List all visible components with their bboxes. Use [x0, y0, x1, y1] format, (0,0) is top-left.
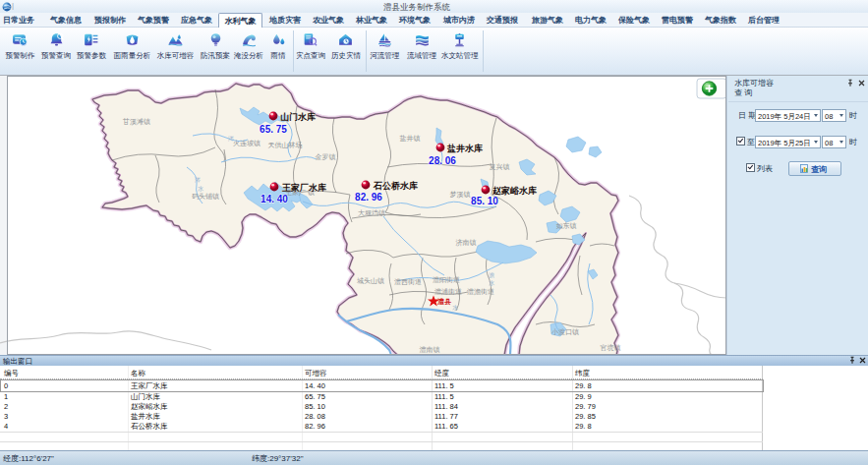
svg-text:大堰垱镇: 大堰垱镇: [358, 209, 385, 217]
svg-text:65. 75: 65. 75: [260, 124, 287, 135]
svg-text:澹: 澹: [489, 272, 494, 279]
svg-text:码头铺镇: 码头铺镇: [192, 193, 219, 201]
svg-text:城头山镇: 城头山镇: [356, 277, 384, 285]
svg-text:石公桥水库: 石公桥水库: [373, 181, 418, 191]
svg-text:澧阳街道: 澧阳街道: [433, 276, 460, 284]
svg-text:盐井水库: 盐井水库: [446, 144, 483, 153]
svg-text:复兴镇: 复兴镇: [490, 163, 510, 171]
svg-text:济南镇: 济南镇: [456, 239, 477, 247]
svg-text:澧西街道: 澧西街道: [394, 278, 422, 286]
svg-text:涔: 涔: [228, 136, 234, 142]
svg-text:王家厂水库: 王家厂水库: [281, 183, 326, 193]
svg-text:28. 06: 28. 06: [429, 155, 456, 166]
svg-text:涔: 涔: [195, 177, 201, 183]
svg-text:官垸镇: 官垸镇: [601, 344, 621, 352]
svg-text:14. 40: 14. 40: [260, 194, 288, 204]
svg-text:水: 水: [452, 305, 458, 311]
svg-text:盐井镇: 盐井镇: [400, 135, 421, 143]
svg-text:澧澹街道: 澧澹街道: [467, 288, 494, 296]
svg-text:水: 水: [198, 186, 203, 192]
svg-text:澧浦街道: 澧浦街道: [434, 288, 462, 296]
svg-text:赵家峪水库: 赵家峪水库: [492, 186, 537, 196]
svg-text:火连坡镇: 火连坡镇: [233, 140, 260, 147]
svg-text:85. 10: 85. 10: [471, 196, 498, 206]
svg-text:水: 水: [489, 280, 494, 286]
svg-text:山门水库: 山门水库: [280, 112, 316, 122]
svg-text:小渡口镇: 小渡口镇: [551, 328, 579, 336]
svg-text:澧县: 澧县: [436, 298, 451, 306]
svg-text:甘溪滩镇: 甘溪滩镇: [122, 118, 150, 126]
svg-text:澧南镇: 澧南镇: [420, 346, 440, 354]
svg-text:天供山林场: 天供山林场: [268, 142, 303, 149]
svg-text:梦溪镇: 梦溪镇: [450, 191, 471, 199]
svg-text:82. 96: 82. 96: [355, 192, 382, 203]
svg-text:金罗镇: 金罗镇: [316, 153, 336, 161]
svg-text:如东镇: 如东镇: [556, 222, 577, 230]
